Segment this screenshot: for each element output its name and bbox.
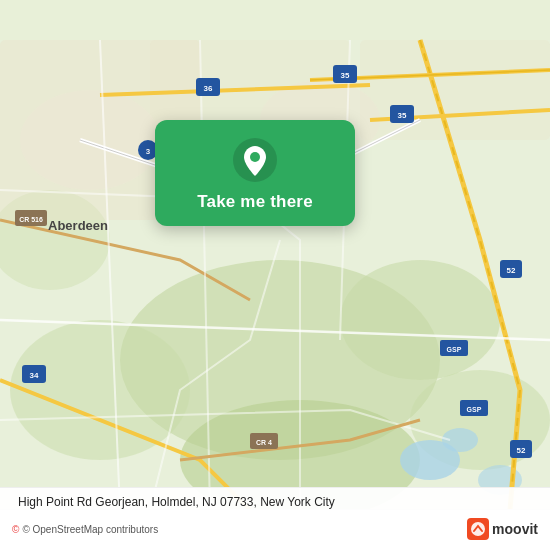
svg-point-3 [10, 320, 190, 460]
address-text: High Point Rd Georjean, Holmdel, NJ 0773… [18, 495, 335, 509]
map-background: 36 35 35 34 52 52 GSP GSP 3 CR 516 CR 4 … [0, 0, 550, 550]
osm-logo: © [12, 524, 19, 535]
svg-text:52: 52 [517, 446, 526, 455]
moovit-icon [467, 518, 489, 540]
svg-point-41 [471, 522, 485, 536]
svg-text:CR 516: CR 516 [19, 216, 43, 223]
svg-text:Aberdeen: Aberdeen [48, 218, 108, 233]
moovit-logo: moovit [467, 518, 538, 540]
attribution-text: © OpenStreetMap contributors [22, 524, 158, 535]
svg-text:35: 35 [398, 111, 407, 120]
location-pin-icon [233, 138, 277, 182]
svg-text:CR 4: CR 4 [256, 439, 272, 446]
moovit-text: moovit [492, 521, 538, 537]
svg-text:3: 3 [146, 147, 151, 156]
svg-text:GSP: GSP [467, 406, 482, 413]
svg-text:GSP: GSP [447, 346, 462, 353]
svg-text:35: 35 [341, 71, 350, 80]
svg-text:36: 36 [204, 84, 213, 93]
svg-text:34: 34 [30, 371, 39, 380]
svg-rect-12 [360, 40, 550, 140]
svg-point-14 [20, 90, 160, 190]
svg-point-2 [340, 260, 500, 380]
svg-point-40 [250, 152, 260, 162]
map-attribution: © © OpenStreetMap contributors [12, 524, 158, 535]
take-me-there-button[interactable]: Take me there [197, 192, 313, 212]
bottom-bar: © © OpenStreetMap contributors moovit [0, 509, 550, 550]
action-card: Take me there [155, 120, 355, 226]
map-container: 36 35 35 34 52 52 GSP GSP 3 CR 516 CR 4 … [0, 0, 550, 550]
svg-text:52: 52 [507, 266, 516, 275]
